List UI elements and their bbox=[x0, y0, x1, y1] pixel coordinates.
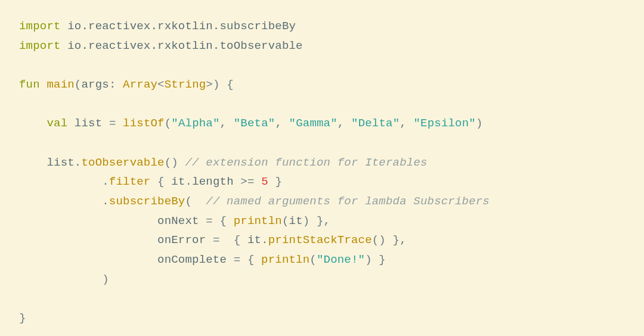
type-array: Array bbox=[123, 78, 157, 91]
operator-ge: >= bbox=[240, 175, 254, 188]
number-5: 5 bbox=[261, 175, 268, 188]
identifier-it: it bbox=[171, 175, 185, 188]
identifier-list: list bbox=[75, 117, 102, 130]
call-printstacktrace: printStackTrace bbox=[268, 234, 372, 247]
call-println: println bbox=[234, 214, 282, 228]
call-toobservable: toObservable bbox=[81, 156, 164, 169]
keyword-import: import bbox=[19, 39, 61, 52]
identifier-it: it bbox=[247, 234, 261, 247]
string-delta: "Delta" bbox=[351, 117, 400, 130]
string-beta: "Beta" bbox=[234, 117, 275, 130]
string-done: "Done!" bbox=[317, 253, 365, 266]
param-oncomplete: onComplete bbox=[157, 253, 227, 266]
call-subscribeby: subscribeBy bbox=[109, 195, 185, 208]
type-string: String bbox=[165, 78, 206, 91]
package-path: io.reactivex.rxkotlin.subscribeBy bbox=[67, 20, 296, 33]
comment-extension: // extension function for Iterables bbox=[185, 156, 428, 169]
param-onnext: onNext bbox=[157, 214, 199, 228]
string-gamma: "Gamma" bbox=[289, 117, 338, 130]
keyword-fun: fun bbox=[19, 78, 40, 91]
call-listof: listOf bbox=[123, 117, 165, 130]
identifier-list: list bbox=[47, 156, 74, 169]
call-filter: filter bbox=[109, 175, 151, 188]
keyword-val: val bbox=[47, 117, 67, 130]
package-path: io.reactivex.rxkotlin.toObservable bbox=[67, 39, 302, 52]
call-println: println bbox=[261, 253, 309, 266]
string-epsilon: "Epsilon" bbox=[413, 117, 475, 130]
comment-named-args: // named arguments for lambda Subscriber… bbox=[206, 195, 490, 208]
identifier-it: it bbox=[289, 214, 303, 228]
code-snippet: import io.reactivex.rxkotlin.subscribeBy… bbox=[0, 0, 644, 336]
param-onerror: onError bbox=[157, 234, 206, 247]
identifier-length: length bbox=[192, 175, 234, 188]
string-alpha: "Alpha" bbox=[171, 117, 219, 130]
function-main: main bbox=[47, 78, 74, 91]
keyword-import: import bbox=[19, 20, 61, 33]
param-args: args bbox=[81, 78, 109, 91]
